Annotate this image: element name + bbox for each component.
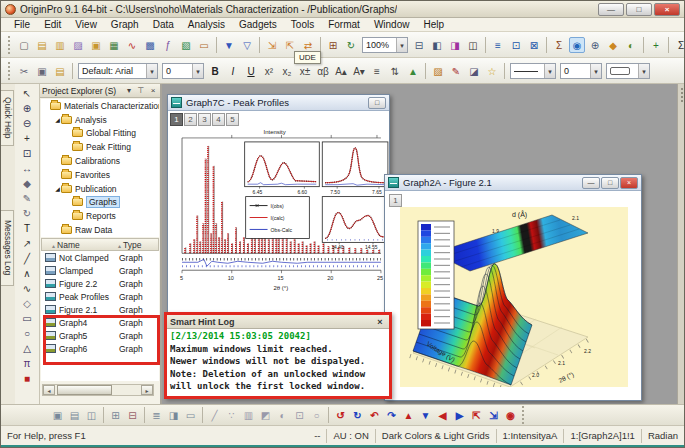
pan-tool-icon[interactable]: ◇ xyxy=(20,296,35,311)
status-seg-theme[interactable]: Dark Colors & Light Grids xyxy=(375,429,496,443)
smart-hint-log-titlebar[interactable]: Smart Hint Log × xyxy=(167,315,389,329)
new-layout-icon[interactable]: ▭ xyxy=(196,37,212,53)
italic-icon[interactable]: I xyxy=(225,63,241,79)
border-style-combo[interactable]: ▾ xyxy=(606,63,650,79)
zoom-in-tool-icon[interactable]: ⊕ xyxy=(20,101,35,116)
new-window-icon[interactable]: ▣ xyxy=(50,408,65,423)
toolbar-grip[interactable] xyxy=(8,36,12,54)
menu-format[interactable]: Format xyxy=(321,19,367,30)
scroll-left-icon[interactable]: ◂ xyxy=(43,385,55,395)
right-dock-strip[interactable] xyxy=(677,84,685,404)
menu-tools[interactable]: Tools xyxy=(284,19,321,30)
chevron-down-icon[interactable]: ▾ xyxy=(192,64,203,78)
new-matrix-icon[interactable]: ▩ xyxy=(142,37,158,53)
tree-item-peak-fitting[interactable]: Peak Fitting xyxy=(41,140,159,154)
tree-item-global-fitting[interactable]: Global Fitting xyxy=(41,127,159,141)
pin-icon[interactable]: ⊤ xyxy=(136,86,146,95)
insert-object-icon[interactable]: ■ xyxy=(20,371,35,386)
titlebar[interactable]: OriginPro 9.1 64-bit - C:\Users\noho\Mat… xyxy=(1,1,684,18)
quick-help-tab[interactable]: Quick Help xyxy=(1,90,14,146)
rotate-tool-icon[interactable]: ↻ xyxy=(20,206,35,221)
layout-icon[interactable]: ⊠ xyxy=(526,37,542,53)
column-plot-icon[interactable]: ▥ xyxy=(241,408,256,423)
menu-edit[interactable]: Edit xyxy=(37,19,68,30)
code-builder-icon[interactable]: Σ xyxy=(551,37,567,53)
layer-add-icon[interactable]: ≣ xyxy=(149,408,164,423)
polygon-tool-icon[interactable]: △ xyxy=(20,341,35,356)
rescale-icon[interactable]: ⊕ xyxy=(587,37,603,53)
child-restore-button[interactable]: □ xyxy=(601,177,619,189)
chevron-down-icon[interactable]: ▾ xyxy=(544,64,555,78)
sum-icon[interactable]: Σ xyxy=(673,37,685,53)
cut-icon[interactable]: ✂ xyxy=(16,63,32,79)
list-item-not-clamped[interactable]: Not ClampedGraph xyxy=(41,251,159,264)
close-icon[interactable]: × xyxy=(374,317,386,327)
column-type[interactable]: Type xyxy=(123,240,141,250)
region-select-icon[interactable]: ⊡ xyxy=(20,146,35,161)
align-icon[interactable]: ≡ xyxy=(369,63,385,79)
graph2a-titlebar[interactable]: Graph2A - Figure 2.1 — □ × xyxy=(385,175,641,191)
maximize-button[interactable]: □ xyxy=(626,3,652,16)
new-folder-icon[interactable]: ▣ xyxy=(88,37,104,53)
template-plot-icon[interactable]: ⊡ xyxy=(292,408,307,423)
polyline-tool-icon[interactable]: ∧ xyxy=(20,266,35,281)
open-excel-icon[interactable]: ▧ xyxy=(178,37,194,53)
decrease-font-icon[interactable]: A▾ xyxy=(351,63,367,79)
duplicate-window-icon[interactable]: ⊞ xyxy=(325,37,341,53)
rectangle-tool-icon[interactable]: ▭ xyxy=(20,311,35,326)
arrow-annotation-icon[interactable]: ▲ xyxy=(405,63,421,79)
tilt-up-icon[interactable]: ▲ xyxy=(401,408,416,423)
theme-icon[interactable]: ◐ xyxy=(623,37,639,53)
tree-item-analysis[interactable]: ◢Analysis xyxy=(41,113,159,127)
arrow-tool-icon[interactable]: ↗ xyxy=(20,236,35,251)
superscript-icon[interactable]: x² xyxy=(261,63,277,79)
view-windows-icon[interactable]: ◧ xyxy=(429,37,445,53)
list-header[interactable]: ▴Name ▴Type xyxy=(41,238,159,251)
toolbar-grip[interactable] xyxy=(522,406,526,424)
expand-icon[interactable]: ◢ xyxy=(54,185,61,192)
new-project-icon[interactable]: ▢ xyxy=(16,37,32,53)
zoom-out-tool-icon[interactable]: ⊖ xyxy=(20,116,35,131)
pointer-tool-icon[interactable]: ↖ xyxy=(20,86,35,101)
child-minimize-button[interactable]: □ xyxy=(368,97,386,109)
tree-item-raw-data[interactable]: Raw Data xyxy=(41,223,159,237)
fill-color-icon[interactable]: ▨ xyxy=(430,63,446,79)
greek-icon[interactable]: αβ xyxy=(315,63,331,79)
draw-data-icon[interactable]: ✎ xyxy=(20,191,35,206)
flash-icon[interactable]: ☆ xyxy=(484,63,500,79)
stretch-icon[interactable]: ⇱ xyxy=(469,408,484,423)
scrollbar-thumb[interactable] xyxy=(57,385,112,395)
screen-reader-icon[interactable]: + xyxy=(20,131,35,146)
messages-log-tab[interactable]: Messages Log xyxy=(1,210,14,286)
pan-left-icon[interactable]: ◀ xyxy=(435,408,450,423)
reset-rotation-icon[interactable]: ◉ xyxy=(503,408,518,423)
peak-profiles-plot[interactable]: Intensity xyxy=(168,126,389,312)
new-graph-icon[interactable]: ∿ xyxy=(124,37,140,53)
child-close-button[interactable]: × xyxy=(620,177,638,189)
line-width-combo[interactable]: 0 ▾ xyxy=(560,63,602,79)
insert-equation-icon[interactable]: π xyxy=(20,356,35,371)
menu-data[interactable]: Data xyxy=(146,19,181,30)
add-column-icon[interactable]: + xyxy=(648,37,664,53)
shrink-icon[interactable]: ⇲ xyxy=(486,408,501,423)
tilt-left-icon[interactable]: ↶ xyxy=(367,408,382,423)
gallery-icon[interactable]: ○ xyxy=(309,408,324,423)
refresh-icon[interactable]: ↻ xyxy=(343,37,359,53)
expand-icon[interactable]: ◢ xyxy=(54,116,61,123)
tile-icon[interactable]: ◫ xyxy=(84,408,99,423)
tree-item-reports[interactable]: Reports xyxy=(41,209,159,223)
bold-icon[interactable]: B xyxy=(207,63,223,79)
line-tool-icon[interactable]: ╱ xyxy=(20,251,35,266)
open-icon[interactable]: ▤ xyxy=(34,37,50,53)
command-window-icon[interactable]: ⊡ xyxy=(508,37,524,53)
tilt-right-icon[interactable]: ↷ xyxy=(384,408,399,423)
horizontal-scrollbar[interactable]: ◂ ▸ xyxy=(42,384,154,396)
pan-right-icon[interactable]: ▶ xyxy=(452,408,467,423)
chevron-down-icon[interactable]: ▾ xyxy=(638,64,649,78)
chevron-down-icon[interactable]: ▾ xyxy=(146,64,157,78)
merge-icon[interactable]: ▭ xyxy=(183,408,198,423)
freehand-tool-icon[interactable]: ∿ xyxy=(20,281,35,296)
new-function-icon[interactable]: ƒ xyxy=(160,37,176,53)
area-plot-icon[interactable]: ◩ xyxy=(258,408,273,423)
scroll-right-icon[interactable]: ▸ xyxy=(141,385,153,395)
